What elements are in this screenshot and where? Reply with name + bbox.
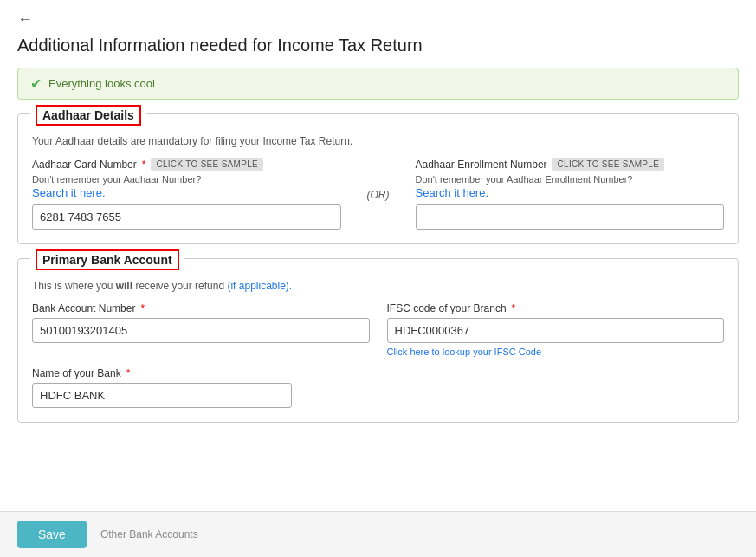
enrollment-forget-line1: Don't remember your Aadhaar Enrollment N… [416, 174, 725, 185]
aadhaar-search-link[interactable]: Search it here. [32, 186, 106, 199]
aadhaar-section: Aadhaar Details Your Aadhaar details are… [17, 113, 739, 244]
ifsc-input[interactable] [387, 318, 725, 343]
bank-name-input[interactable] [32, 383, 292, 408]
aadhaar-card-sample-btn[interactable]: CLICK TO SEE SAMPLE [151, 158, 263, 171]
aadhaar-info-text: Your Aadhaar details are mandatory for f… [32, 135, 724, 147]
aadhaar-section-header: Aadhaar Details [30, 105, 146, 126]
applicable-link[interactable]: (if applicable). [227, 280, 292, 292]
aadhaar-section-title: Aadhaar Details [36, 105, 141, 126]
bank-info-text: This is where you will receive your refu… [32, 280, 724, 292]
bank-account-group: Bank Account Number * [32, 302, 370, 343]
ifsc-lookup-link[interactable]: Click here to lookup your IFSC Code [387, 347, 725, 357]
bottom-bar: Save Other Bank Accounts [0, 511, 756, 557]
enrollment-search-link[interactable]: Search it here. [416, 186, 489, 199]
ifsc-group: IFSC code of your Branch * Click here to… [387, 302, 725, 357]
bank-name-label: Name of your Bank * [32, 367, 724, 379]
aadhaar-enrollment-group: Aadhaar Enrollment Number CLICK TO SEE S… [416, 158, 725, 230]
success-banner: ✔ Everything looks cool [17, 68, 739, 100]
aadhaar-enrollment-input[interactable] [416, 204, 725, 230]
bank-name-group: Name of your Bank * [32, 367, 724, 408]
bank-account-label: Bank Account Number * [32, 302, 370, 314]
bottom-link-text: Other Bank Accounts [100, 528, 198, 541]
back-icon: ← [17, 10, 33, 28]
bank-section-title: Primary Bank Account [36, 249, 179, 270]
aadhaar-card-group: Aadhaar Card Number * CLICK TO SEE SAMPL… [32, 158, 341, 230]
success-text: Everything looks cool [48, 77, 155, 90]
back-button[interactable]: ← [17, 10, 33, 29]
aadhaar-card-input[interactable] [32, 204, 341, 230]
required-star: * [142, 159, 146, 171]
ifsc-required-star: * [512, 302, 516, 314]
aadhaar-card-label: Aadhaar Card Number * CLICK TO SEE SAMPL… [32, 158, 341, 171]
success-check-icon: ✔ [30, 75, 42, 92]
aadhaar-enrollment-sample-btn[interactable]: CLICK TO SEE SAMPLE [552, 158, 665, 171]
bank-name-required-star: * [126, 367, 131, 379]
bank-section-header: Primary Bank Account [30, 249, 184, 270]
save-button[interactable]: Save [17, 521, 87, 548]
aadhaar-forget-line1: Don't remember your Aadhaar Number? [32, 174, 341, 185]
bank-account-input[interactable] [32, 318, 370, 343]
bank-section: Primary Bank Account This is where you w… [17, 258, 739, 423]
or-separator: (OR) [359, 189, 398, 201]
ifsc-label: IFSC code of your Branch * [387, 302, 725, 314]
account-required-star: * [140, 302, 145, 314]
page-title: Additional Information needed for Income… [17, 36, 739, 55]
aadhaar-enrollment-label: Aadhaar Enrollment Number CLICK TO SEE S… [416, 158, 725, 171]
